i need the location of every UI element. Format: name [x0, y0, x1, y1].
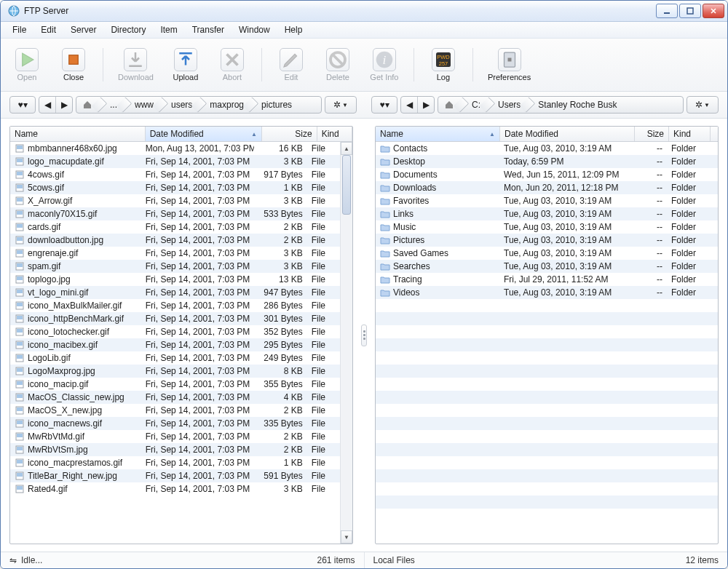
col-size[interactable]: Size	[262, 127, 317, 141]
col-size[interactable]: Size	[635, 127, 669, 141]
scroll-up-button[interactable]: ▲	[341, 142, 352, 155]
file-row[interactable]: VideosTue, Aug 03, 2010, 3:19 AM--Folder	[376, 286, 718, 299]
file-row[interactable]: mbmbanner468x60.jpgMon, Aug 13, 2001, 7:…	[10, 142, 341, 155]
forward-button[interactable]: ▶	[418, 97, 434, 113]
file-row[interactable]: icono_httpBenchMark.gifFri, Sep 14, 2001…	[10, 312, 341, 325]
file-row[interactable]: ContactsTue, Aug 03, 2010, 3:19 AM--Fold…	[376, 142, 718, 155]
delete-button[interactable]: Delete	[317, 47, 358, 83]
close-button[interactable]	[703, 4, 724, 18]
back-button[interactable]: ◀	[401, 97, 418, 113]
breadcrumb-segment[interactable]: users	[161, 97, 199, 113]
file-row[interactable]: toplogo.jpgFri, Sep 14, 2001, 7:03 PM13 …	[10, 273, 341, 286]
menu-edit[interactable]: Edit	[35, 23, 62, 36]
file-row[interactable]: spam.gifFri, Sep 14, 2001, 7:03 PM3 KBFi…	[10, 260, 341, 273]
preferences-button[interactable]: Preferences	[482, 47, 537, 83]
edit-button[interactable]: Edit	[271, 47, 312, 83]
file-row[interactable]: MacOS_X_new.jpgFri, Sep 14, 2001, 7:03 P…	[10, 404, 341, 417]
svg-rect-62	[17, 460, 23, 463]
favorites-menu-button[interactable]: ♥▾	[9, 96, 36, 114]
breadcrumb-home[interactable]	[438, 97, 462, 113]
col-kind[interactable]: Kind	[317, 127, 352, 141]
getinfo-button[interactable]: iGet Info	[364, 47, 405, 83]
menu-server[interactable]: Server	[65, 23, 102, 36]
breadcrumb-segment[interactable]: Stanley Roche Busk	[528, 97, 624, 113]
back-button[interactable]: ◀	[39, 97, 56, 113]
file-row[interactable]: SearchesTue, Aug 03, 2010, 3:19 AM--Fold…	[376, 260, 718, 273]
download-button[interactable]: Download	[112, 47, 159, 83]
file-row[interactable]: downloadbutton.jpgFri, Sep 14, 2001, 7:0…	[10, 234, 341, 247]
menu-item[interactable]: Item	[154, 23, 183, 36]
menu-directory[interactable]: Directory	[105, 23, 151, 36]
breadcrumb-segment[interactable]: pictures	[251, 97, 299, 113]
abort-button[interactable]: Abort	[212, 47, 253, 83]
svg-rect-60	[17, 447, 23, 450]
file-row[interactable]: icono_lotochecker.gifFri, Sep 14, 2001, …	[10, 325, 341, 338]
file-row[interactable]: PicturesTue, Aug 03, 2010, 3:19 AM--Fold…	[376, 234, 718, 247]
menu-help[interactable]: Help	[279, 23, 309, 36]
file-row[interactable]: MusicTue, Aug 03, 2010, 3:19 AM--Folder	[376, 220, 718, 234]
file-row[interactable]: DownloadsMon, Jun 20, 2011, 12:18 PM--Fo…	[376, 181, 718, 194]
file-row[interactable]: X_Arrow.gifFri, Sep 14, 2001, 7:03 PM3 K…	[10, 194, 341, 207]
col-name[interactable]: Name	[10, 127, 146, 141]
file-row[interactable]: engrenaje.gifFri, Sep 14, 2001, 7:03 PM3…	[10, 247, 341, 260]
breadcrumb-segment[interactable]: maxprog	[199, 97, 251, 113]
file-row[interactable]: DocumentsWed, Jun 15, 2011, 12:09 PM--Fo…	[376, 168, 718, 181]
file-row[interactable]: icono_macibex.gifFri, Sep 14, 2001, 7:03…	[10, 338, 341, 351]
log-button[interactable]: PWD257Log	[423, 47, 464, 83]
minimize-button[interactable]	[656, 4, 678, 18]
file-row[interactable]: vt_logo_mini.gifFri, Sep 14, 2001, 7:03 …	[10, 286, 341, 299]
file-row[interactable]: Saved GamesTue, Aug 03, 2010, 3:19 AM--F…	[376, 247, 718, 260]
maximize-button[interactable]	[679, 4, 701, 18]
breadcrumb-segment[interactable]: Users	[488, 97, 528, 113]
file-row[interactable]: icono_macnews.gifFri, Sep 14, 2001, 7:03…	[10, 417, 341, 430]
favorites-menu-button[interactable]: ♥▾	[371, 96, 397, 114]
menu-transfer[interactable]: Transfer	[186, 23, 230, 36]
local-gear-button[interactable]: ✲▼	[687, 96, 719, 114]
menu-file[interactable]: File	[7, 23, 32, 36]
breadcrumb-segment[interactable]: C:	[462, 97, 488, 113]
file-row[interactable]: DesktopToday, 6:59 PM--Folder	[376, 155, 718, 168]
remote-file-list[interactable]: mbmbanner468x60.jpgMon, Aug 13, 2001, 7:…	[10, 142, 341, 544]
splitter[interactable]	[360, 126, 368, 544]
file-row[interactable]: MwRbVtSm.jpgFri, Sep 14, 2001, 7:03 PM2 …	[10, 443, 341, 456]
file-row[interactable]: icono_macprestamos.gifFri, Sep 14, 2001,…	[10, 456, 341, 469]
local-file-list[interactable]: ContactsTue, Aug 03, 2010, 3:19 AM--Fold…	[376, 142, 718, 544]
close-button[interactable]: Close	[53, 47, 94, 83]
file-row[interactable]: 5cows.gifFri, Sep 14, 2001, 7:03 PM1 KBF…	[10, 181, 341, 194]
scrollbar[interactable]: ▲ ▼	[340, 142, 352, 544]
scroll-down-button[interactable]: ▼	[341, 530, 352, 544]
upload-button[interactable]: Upload	[165, 47, 206, 83]
remote-breadcrumb[interactable]: ...wwwusersmaxprogpictures	[76, 96, 322, 114]
breadcrumb-overflow[interactable]: ...	[100, 97, 124, 113]
file-row	[376, 430, 718, 443]
file-row[interactable]: MacOS_Classic_new.jpgFri, Sep 14, 2001, …	[10, 391, 341, 404]
cell-name: maconly70X15.gif	[10, 209, 141, 219]
file-row[interactable]: cards.gifFri, Sep 14, 2001, 7:03 PM2 KBF…	[10, 220, 341, 234]
file-row[interactable]: TracingFri, Jul 29, 2011, 11:52 AM--Fold…	[376, 273, 718, 286]
file-row[interactable]: Rated4.gifFri, Sep 14, 2001, 7:03 PM3 KB…	[10, 482, 341, 496]
file-row[interactable]: TitleBar_Right_new.jpgFri, Sep 14, 2001,…	[10, 469, 341, 482]
remote-gear-button[interactable]: ✲▼	[325, 96, 357, 114]
col-date[interactable]: Date Modified	[500, 127, 635, 141]
scroll-thumb[interactable]	[342, 155, 351, 215]
file-row[interactable]: MwRbVtMd.gifFri, Sep 14, 2001, 7:03 PM2 …	[10, 430, 341, 443]
breadcrumb-segment[interactable]: www	[124, 97, 161, 113]
file-row[interactable]: icono_MaxBulkMailer.gifFri, Sep 14, 2001…	[10, 299, 341, 312]
col-name[interactable]: Name▲	[376, 127, 500, 141]
local-breadcrumb[interactable]: C:UsersStanley Roche Busk	[438, 96, 684, 114]
menu-window[interactable]: Window	[233, 23, 276, 36]
file-row[interactable]: FavoritesTue, Aug 03, 2010, 3:19 AM--Fol…	[376, 194, 718, 207]
file-row[interactable]: LogoMaxprog.jpgFri, Sep 14, 2001, 7:03 P…	[10, 365, 341, 378]
file-row[interactable]: logo_macupdate.gifFri, Sep 14, 2001, 7:0…	[10, 155, 341, 168]
file-row[interactable]: LogoLib.gifFri, Sep 14, 2001, 7:03 PM249…	[10, 351, 341, 365]
file-row[interactable]: 4cows.gifFri, Sep 14, 2001, 7:03 PM917 B…	[10, 168, 341, 181]
forward-button[interactable]: ▶	[56, 97, 72, 113]
file-row[interactable]: LinksTue, Aug 03, 2010, 3:19 AM--Folder	[376, 207, 718, 220]
col-date[interactable]: Date Modified▲	[146, 127, 262, 141]
breadcrumb-home[interactable]	[76, 97, 100, 113]
open-button[interactable]: Open	[7, 47, 47, 83]
titlebar[interactable]: FTP Server	[1, 1, 727, 22]
file-row[interactable]: icono_macip.gifFri, Sep 14, 2001, 7:03 P…	[10, 378, 341, 391]
col-kind[interactable]: Kind	[669, 127, 711, 141]
file-row[interactable]: maconly70X15.gifFri, Sep 14, 2001, 7:03 …	[10, 207, 341, 220]
